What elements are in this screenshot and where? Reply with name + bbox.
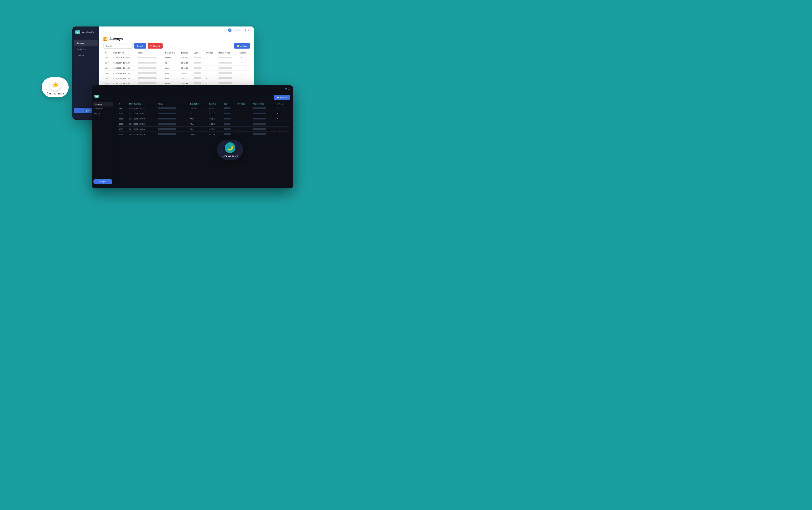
col-devices[interactable]: Devices: [205, 51, 217, 55]
dark-cell-duration: 00:05:34: [207, 132, 222, 137]
clear-icon: ✕: [150, 45, 152, 47]
dark-cell-name: [156, 111, 188, 116]
dark-settings-icon[interactable]: ⚙: [285, 88, 287, 90]
col-actions: Actions: [238, 51, 250, 55]
dark-cell-id: 1888: [117, 121, 128, 126]
surveys-icon: 📶: [103, 37, 108, 41]
dark-cell-user: [222, 121, 237, 126]
col-master-device[interactable]: Master device: [217, 51, 238, 55]
dark-cell-desc: 02: [188, 111, 207, 116]
dark-col-name[interactable]: Name: [156, 102, 188, 106]
dark-table-row: 1886 07.02.2024, 18:18:34 Before 00:05:3…: [117, 132, 290, 137]
cell-actions[interactable]: ⋯: [238, 65, 250, 70]
sidebar-item-customers[interactable]: Customers: [74, 46, 98, 52]
dark-col-master-device[interactable]: Master device: [251, 102, 276, 106]
dark-cell-devices: [237, 121, 251, 126]
archive-label: Archive: [240, 45, 247, 47]
cell-duration: 00:03:02: [180, 70, 193, 76]
dark-col-duration[interactable]: Duration: [207, 102, 222, 106]
cell-date: 07.02.2024, 18:41:30: [112, 76, 137, 81]
dark-cell-actions[interactable]: ⋯: [276, 121, 290, 126]
col-start-date[interactable]: Start date time: [112, 51, 137, 55]
cell-devices: 4: [205, 65, 217, 70]
cell-devices: 1: [205, 70, 217, 76]
sidebar-item-surveys[interactable]: Surveys: [74, 40, 98, 46]
search-input[interactable]: [103, 43, 133, 49]
table-row: 1887 07.02.2024, 18:41:30 After 00:03:01…: [103, 76, 250, 81]
cell-actions[interactable]: ⋯: [238, 70, 250, 76]
expand-icon[interactable]: ⛶: [249, 29, 251, 31]
dark-cell-user: [222, 106, 237, 111]
col-duration[interactable]: Duration: [180, 51, 193, 55]
settings-icon[interactable]: ⚙: [244, 29, 246, 31]
cell-master: [217, 55, 238, 60]
dark-cell-actions[interactable]: ⋯: [276, 116, 290, 121]
toolbar: Search ✕ Clear all 📁 Archive: [103, 43, 250, 49]
table-row: 1891 07.02.2024, 19:20:14 Outside 00:04:…: [103, 55, 250, 60]
dark-cell-devices: [237, 116, 251, 121]
dark-cell-duration: 00:03:02: [207, 121, 222, 126]
dark-theme-label: 🌙 Темная тема: [217, 140, 243, 160]
cell-id: 1891: [103, 55, 112, 60]
clear-all-button[interactable]: ✕ Clear all: [148, 43, 162, 49]
dark-cell-id: 1887: [117, 126, 128, 132]
dark-cell-desc: After: [188, 121, 207, 126]
dark-archive-button[interactable]: 📁 Archive: [274, 95, 290, 100]
dark-table-row: 1890 07.02.2024, 19:06:57 02 00:02:32 ⋯: [117, 111, 290, 116]
surveys-table: #▲▼ Start date time Name Description Dur…: [103, 51, 250, 86]
clear-label: Clear all: [153, 45, 160, 47]
cell-user: [193, 65, 205, 70]
dark-col-user[interactable]: User: [222, 102, 237, 106]
dark-header-bar: ⚙ ⛶: [92, 85, 293, 92]
dark-content: 📁 Archive #▲▼ Start date time Name Descr…: [114, 92, 293, 189]
dark-cell-devices: [237, 111, 251, 116]
dark-col-description[interactable]: Description: [188, 102, 207, 106]
search-button[interactable]: Search: [134, 43, 146, 49]
col-user[interactable]: User: [193, 51, 205, 55]
dark-cell-name: [156, 116, 188, 121]
dark-cell-date: 07.02.2024, 18:44:38: [128, 116, 156, 121]
dark-table-row: 1889 07.02.2024, 18:44:38 After 00:01:12…: [117, 116, 290, 121]
logout-label: Logout: [84, 109, 90, 112]
cell-date: 07.02.2024, 18:41:30: [112, 70, 137, 76]
cell-date: 07.02.2024, 19:20:14: [112, 55, 137, 60]
dark-col-start-date[interactable]: Start date time: [128, 102, 156, 106]
dark-cell-actions[interactable]: ⋯: [276, 132, 290, 137]
dark-col-devices[interactable]: Devices: [237, 102, 251, 106]
dark-cell-devices: 4: [237, 126, 251, 132]
dark-sidebar: ☁ Surveys Customers Devices ⎋ Logout: [92, 92, 114, 189]
col-description[interactable]: Description: [164, 51, 180, 55]
cell-actions[interactable]: ⋯: [238, 60, 250, 65]
dark-sidebar-customers[interactable]: Customers: [92, 107, 114, 111]
dark-cell-desc: Before: [188, 132, 207, 137]
cell-desc: Outside: [164, 55, 180, 60]
cell-duration: 00:04:11: [180, 55, 193, 60]
cell-desc: After: [164, 76, 180, 81]
header-user: ••••••••: [233, 29, 242, 31]
dark-cell-devices: [237, 132, 251, 137]
header-icon: G: [228, 28, 232, 32]
sidebar-item-devices[interactable]: Devices: [74, 53, 98, 58]
cell-duration: 00:03:01: [180, 76, 193, 81]
dark-cell-actions[interactable]: ⋯: [276, 106, 290, 111]
dark-logout-button[interactable]: ⎋ Logout: [93, 179, 112, 184]
dark-cell-actions[interactable]: ⋯: [276, 126, 290, 132]
dark-cell-actions[interactable]: ⋯: [276, 111, 290, 116]
cell-actions[interactable]: ⋯: [238, 76, 250, 81]
cell-name: [137, 76, 164, 81]
dark-col-num: #▲▼: [117, 102, 128, 106]
dark-sidebar-devices[interactable]: Devices: [92, 111, 114, 116]
dark-cell-duration: 00:04:11: [207, 106, 222, 111]
col-name[interactable]: Name: [137, 51, 164, 55]
dark-cell-master: [251, 106, 276, 111]
dark-cell-master: [251, 116, 276, 121]
archive-button[interactable]: 📁 Archive: [234, 43, 250, 49]
light-theme-label: ☀️ Светлая тема: [42, 77, 69, 97]
page-title-area: 📶 Surveys: [103, 37, 250, 41]
cell-actions[interactable]: ⋯: [238, 55, 250, 60]
cell-devices: 4: [205, 60, 217, 65]
cell-name: [137, 65, 164, 70]
dark-expand-icon[interactable]: ⛶: [288, 88, 291, 90]
dark-cell-master: [251, 126, 276, 132]
dark-sidebar-surveys[interactable]: Surveys: [93, 102, 113, 107]
